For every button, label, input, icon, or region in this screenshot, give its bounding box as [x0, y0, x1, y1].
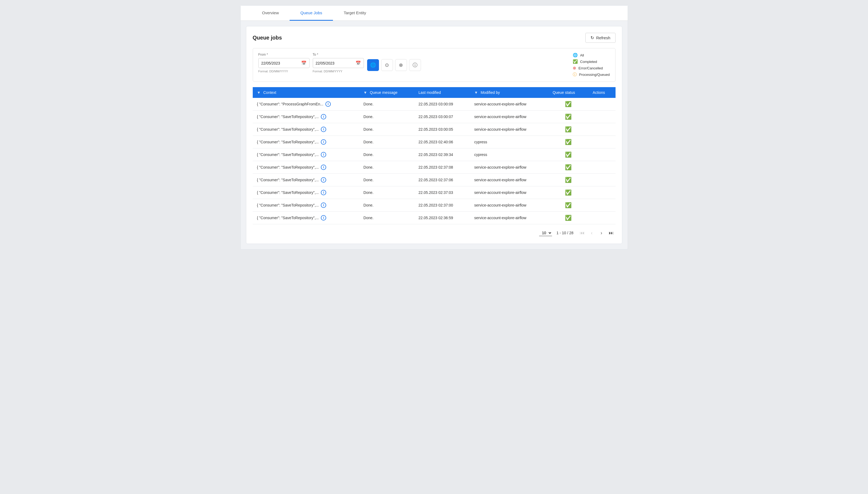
- next-page-button[interactable]: ›: [597, 229, 606, 237]
- modified-by-cell-8: service-account-explore-airflow: [470, 199, 548, 212]
- last-modified-cell-7: 22.05.2023 02:37:03: [414, 186, 470, 199]
- filter-processing-btn[interactable]: ⓘ: [409, 59, 421, 71]
- context-info-icon-4[interactable]: i: [321, 152, 326, 157]
- from-date-input[interactable]: [261, 61, 294, 65]
- status-cell-9: ✅: [548, 212, 588, 224]
- filter-error-btn[interactable]: ⊗: [395, 59, 407, 71]
- first-page-button[interactable]: ⏮: [578, 229, 587, 237]
- from-date-field: From * 📅 Format: DD/MM/YYYY: [258, 53, 310, 73]
- message-cell-7: Done.: [359, 186, 414, 199]
- actions-cell-1: [588, 111, 615, 123]
- modified-by-cell-1: service-account-explore-airflow: [470, 111, 548, 123]
- table-row: { "Consumer": "SaveToRepository",... i D…: [253, 111, 615, 123]
- message-cell-2: Done.: [359, 123, 414, 136]
- message-cell-4: Done.: [359, 149, 414, 161]
- context-info-icon-2[interactable]: i: [321, 127, 326, 132]
- status-cell-0: ✅: [548, 98, 588, 111]
- message-cell-9: Done.: [359, 212, 414, 224]
- actions-cell-9: [588, 212, 615, 224]
- status-cell-1: ✅: [548, 111, 588, 123]
- refresh-label: Refresh: [596, 36, 610, 40]
- table-body: { "Consumer": "ProcessGraphFromEn... i D…: [253, 98, 615, 224]
- status-icon-4: ✅: [565, 152, 572, 157]
- modified-by-cell-6: service-account-explore-airflow: [470, 174, 548, 186]
- context-info-icon-3[interactable]: i: [321, 139, 326, 145]
- context-info-icon-7[interactable]: i: [321, 190, 326, 195]
- actions-cell-8: [588, 199, 615, 212]
- legend-error: ⊗ Error/Cancelled: [573, 65, 610, 71]
- context-info-icon-6[interactable]: i: [321, 177, 326, 183]
- status-icon-3: ✅: [565, 139, 572, 145]
- status-cell-5: ✅: [548, 161, 588, 174]
- message-cell-1: Done.: [359, 111, 414, 123]
- legend-completed: ✅ Completed: [573, 59, 610, 64]
- context-info-icon-5[interactable]: i: [321, 165, 326, 170]
- from-date-input-wrapper: 📅: [258, 58, 310, 68]
- modified-by-filter-icon[interactable]: ▼: [474, 90, 478, 95]
- last-page-button[interactable]: ⏭: [607, 229, 615, 237]
- legend-all-label: All: [580, 53, 584, 57]
- table-row: { "Consumer": "SaveToRepository",... i D…: [253, 212, 615, 224]
- context-info-icon-1[interactable]: i: [321, 114, 326, 119]
- tab-overview[interactable]: Overview: [252, 6, 290, 21]
- context-info-icon-0[interactable]: i: [326, 101, 331, 107]
- status-icon-2: ✅: [565, 127, 572, 132]
- card-title: Queue jobs: [253, 35, 282, 41]
- last-modified-cell-8: 22.05.2023 02:37:00: [414, 199, 470, 212]
- context-cell-7: { "Consumer": "SaveToRepository",... i: [253, 186, 359, 199]
- to-date-input-wrapper: 📅: [313, 58, 364, 68]
- status-icon-9: ✅: [565, 215, 572, 221]
- filter-buttons: 🌐 ⊙ ⊗ ⓘ: [367, 53, 421, 71]
- modified-by-cell-7: service-account-explore-airflow: [470, 186, 548, 199]
- to-date-hint: Format: DD/MM/YYYY: [313, 70, 364, 73]
- status-icon-0: ✅: [565, 101, 572, 107]
- context-cell-2: { "Consumer": "SaveToRepository",... i: [253, 123, 359, 136]
- table-row: { "Consumer": "ProcessGraphFromEn... i D…: [253, 98, 615, 111]
- context-info-icon-8[interactable]: i: [321, 203, 326, 208]
- legend-error-icon: ⊗: [573, 65, 576, 71]
- message-filter-icon[interactable]: ▼: [363, 90, 367, 95]
- from-label: From *: [258, 53, 310, 56]
- content-area: Queue jobs ↻ Refresh From * 📅 Format: DD…: [241, 21, 628, 249]
- context-filter-icon[interactable]: ▼: [257, 90, 261, 95]
- last-modified-cell-5: 22.05.2023 02:37:08: [414, 161, 470, 174]
- from-calendar-icon[interactable]: 📅: [301, 60, 307, 65]
- to-date-input[interactable]: [316, 61, 348, 65]
- context-info-icon-9[interactable]: i: [321, 215, 326, 221]
- legend-completed-label: Completed: [580, 60, 597, 64]
- col-queue-status: Queue status: [548, 87, 588, 98]
- legend-error-label: Error/Cancelled: [578, 66, 603, 70]
- tab-queue-jobs[interactable]: Queue Jobs: [290, 6, 333, 21]
- filter-all-btn[interactable]: 🌐: [367, 59, 379, 71]
- page-wrapper: Overview Queue Jobs Target Entity Queue …: [240, 5, 628, 250]
- tab-target-entity[interactable]: Target Entity: [333, 6, 377, 21]
- to-calendar-icon[interactable]: 📅: [355, 60, 361, 65]
- queue-jobs-card: Queue jobs ↻ Refresh From * 📅 Format: DD…: [246, 26, 622, 244]
- table-row: { "Consumer": "SaveToRepository",... i D…: [253, 174, 615, 186]
- context-cell-1: { "Consumer": "SaveToRepository",... i: [253, 111, 359, 123]
- context-cell-5: { "Consumer": "SaveToRepository",... i: [253, 161, 359, 174]
- modified-by-cell-0: service-account-explore-airflow: [470, 98, 548, 111]
- table-row: { "Consumer": "SaveToRepository",... i D…: [253, 123, 615, 136]
- context-cell-4: { "Consumer": "SaveToRepository",... i: [253, 149, 359, 161]
- per-page-select: 10 25 50: [539, 230, 552, 236]
- status-icon-5: ✅: [565, 164, 572, 170]
- legend: 🌐 All ✅ Completed ⊗ Error/Cancelled ⓘ Pr…: [573, 53, 610, 77]
- per-page-dropdown[interactable]: 10 25 50: [539, 230, 552, 236]
- page-info: 1 - 10 / 28: [556, 231, 573, 235]
- filter-row: From * 📅 Format: DD/MM/YYYY To * 📅 Forma…: [253, 48, 615, 82]
- table-row: { "Consumer": "SaveToRepository",... i D…: [253, 161, 615, 174]
- message-cell-3: Done.: [359, 136, 414, 149]
- tabs-bar: Overview Queue Jobs Target Entity: [241, 6, 628, 21]
- error-circle-icon: ⊗: [399, 62, 403, 68]
- context-cell-0: { "Consumer": "ProcessGraphFromEn... i: [253, 98, 359, 111]
- prev-page-button[interactable]: ‹: [588, 229, 596, 237]
- status-icon-8: ✅: [565, 202, 572, 208]
- filter-completed-btn[interactable]: ⊙: [381, 59, 393, 71]
- col-actions: Actions: [588, 87, 615, 98]
- table-row: { "Consumer": "SaveToRepository",... i D…: [253, 199, 615, 212]
- col-queue-message: ▼ Queue message: [359, 87, 414, 98]
- last-modified-cell-9: 22.05.2023 02:36:59: [414, 212, 470, 224]
- table-row: { "Consumer": "SaveToRepository",... i D…: [253, 149, 615, 161]
- refresh-button[interactable]: ↻ Refresh: [585, 33, 615, 43]
